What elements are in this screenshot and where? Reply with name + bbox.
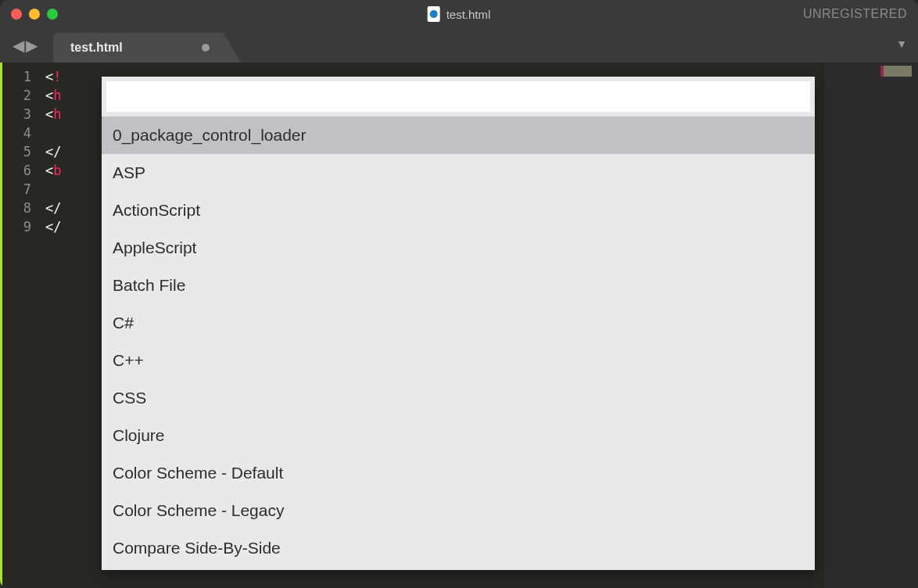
palette-item[interactable]: Color Scheme - Legacy — [102, 492, 815, 529]
line-number: 6 — [2, 161, 45, 180]
line-number: 2 — [2, 86, 45, 105]
titlebar: test.html UNREGISTERED — [0, 0, 918, 28]
palette-item[interactable]: 0_package_control_loader — [102, 117, 815, 154]
window-title: test.html — [428, 6, 491, 22]
minimap[interactable] — [824, 63, 918, 588]
maximize-window-button[interactable] — [47, 9, 58, 20]
palette-search-input[interactable] — [114, 88, 802, 106]
palette-item[interactable]: CSS — [102, 379, 815, 417]
nav-back-icon[interactable]: ◀ — [13, 36, 24, 55]
line-number: 3 — [2, 105, 45, 124]
tab-menu-icon[interactable]: ▼ — [896, 38, 907, 50]
line-number: 5 — [2, 142, 45, 161]
nav-arrows: ◀ ▶ — [8, 28, 53, 63]
palette-item[interactable]: AppleScript — [102, 229, 815, 267]
line-number: 4 — [2, 124, 45, 142]
command-palette: 0_package_control_loader ASP ActionScrip… — [102, 77, 815, 570]
window-controls — [0, 9, 58, 20]
registration-status: UNREGISTERED — [803, 7, 907, 21]
tab-label: test.html — [70, 41, 123, 55]
palette-item[interactable]: ASP — [102, 154, 815, 192]
minimize-window-button[interactable] — [29, 9, 40, 20]
palette-list: 0_package_control_loader ASP ActionScrip… — [102, 117, 815, 570]
nav-forward-icon[interactable]: ▶ — [26, 36, 38, 55]
palette-item[interactable]: Clojure — [102, 417, 815, 454]
line-number: 8 — [2, 199, 45, 217]
close-window-button[interactable] — [11, 9, 22, 20]
line-number: 1 — [2, 67, 45, 86]
line-number: 9 — [2, 217, 45, 236]
palette-item[interactable]: ActionScript — [102, 192, 815, 229]
minimap-content — [880, 66, 912, 77]
palette-item[interactable]: Compare Side-By-Side — [102, 529, 815, 567]
gutter: 1 2 3 4 5 6 7 8 9 — [0, 63, 45, 588]
palette-item[interactable]: Batch File — [102, 267, 815, 304]
palette-item[interactable]: Color Scheme - Default — [102, 454, 815, 492]
line-number: 7 — [2, 180, 45, 199]
palette-input-wrap — [106, 81, 810, 112]
tab-bar: ◀ ▶ test.html ▼ — [0, 28, 918, 63]
tab-test-html[interactable]: test.html — [53, 33, 241, 63]
file-type-icon — [428, 6, 440, 22]
palette-item[interactable]: C# — [102, 304, 815, 342]
dirty-indicator-icon — [202, 44, 210, 52]
palette-item[interactable]: C++ — [102, 342, 815, 379]
window-title-text: test.html — [446, 8, 491, 21]
